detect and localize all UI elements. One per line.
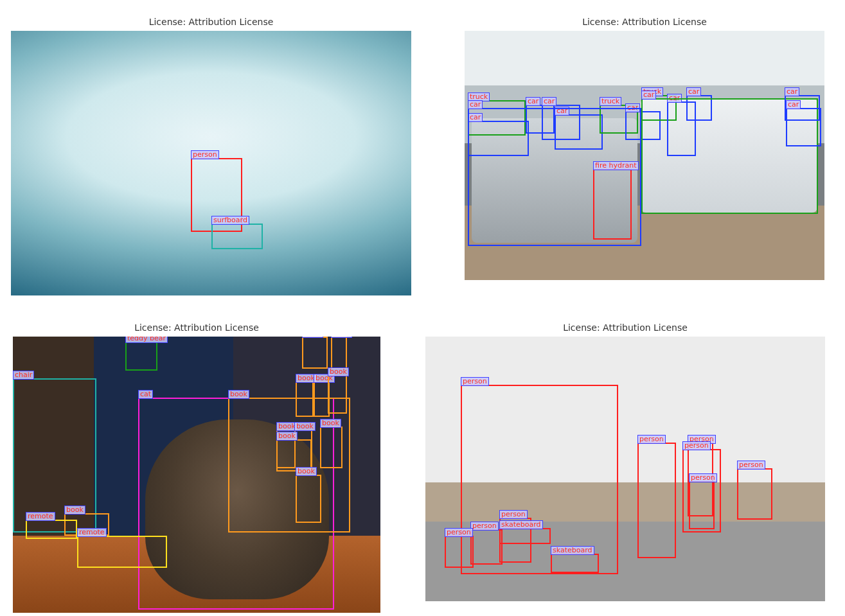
detection-label: cat [138, 390, 153, 399]
detection-label: person [499, 510, 528, 519]
detection-label: car [526, 97, 540, 106]
detection-label: person [737, 461, 765, 470]
detection-label: person [191, 150, 219, 159]
detection-label: book [228, 390, 249, 399]
detection-box: person [445, 536, 474, 568]
subplot-1-title: License: Attribution License [11, 17, 411, 27]
subplot-3-title: License: Attribution License [13, 322, 380, 333]
detection-box: car [786, 108, 821, 146]
detection-label: truck [600, 97, 621, 106]
detection-box: book [228, 398, 350, 532]
detection-box: surfboard [211, 224, 263, 249]
subplot-3: License: Attribution License teddy bearb… [13, 337, 380, 613]
detection-label: teddy bear [125, 337, 168, 343]
detection-box: person [689, 481, 715, 529]
detection-label: book [328, 367, 349, 376]
detection-label: chair [13, 371, 34, 380]
detection-label: car [542, 97, 556, 106]
subplot-4-image: personpersonpersonpersonpersonpersonpers… [425, 337, 825, 601]
detection-label: remote [77, 528, 107, 537]
detection-box: skateboard [499, 528, 551, 544]
subplot-2-image: truckcarcarcarcartruckcartruckcarcarcarc… [465, 31, 824, 280]
detection-box: remote [77, 536, 167, 568]
detection-label: book [302, 337, 323, 338]
detection-label: car [686, 87, 701, 96]
detection-box: book [331, 337, 347, 369]
figure-root: License: Attribution License personsurfb… [0, 0, 845, 616]
detection-box: person [470, 529, 503, 565]
detection-label: surfboard [211, 216, 249, 225]
detection-box: skateboard [551, 554, 599, 573]
detection-box: person [737, 468, 772, 520]
detection-box: person [637, 443, 676, 558]
subplot-4-title: License: Attribution License [425, 322, 825, 333]
detection-box: book [302, 337, 328, 369]
detection-box: remote [26, 520, 77, 539]
detection-label: person [470, 522, 499, 531]
detection-label: person [682, 441, 711, 450]
subplot-1: License: Attribution License personsurfb… [11, 31, 411, 295]
detection-label: skateboard [499, 520, 543, 529]
detection-box: fire hydrant [593, 169, 632, 240]
subplot-1-image: personsurfboard [11, 31, 411, 295]
subplot-2-title: License: Attribution License [465, 17, 824, 27]
subplot-4: License: Attribution License personperso… [425, 337, 825, 601]
detection-label: person [445, 528, 473, 537]
detection-label: car [786, 100, 801, 109]
detection-label: car [641, 91, 656, 100]
detection-label: person [637, 435, 666, 444]
subplot-3-image: teddy bearbookbookchaircatbookbookbookbo… [13, 337, 380, 613]
detection-label: person [461, 377, 489, 386]
detection-label: car [785, 87, 799, 96]
detection-box: teddy bear [125, 342, 157, 371]
subplot-2: License: Attribution License truckcarcar… [465, 31, 824, 280]
detection-label: book [331, 337, 352, 338]
detection-label: fire hydrant [593, 161, 639, 170]
detection-label: book [64, 506, 85, 515]
detection-label: remote [26, 512, 55, 521]
detection-label: skateboard [551, 546, 594, 555]
detection-label: person [689, 473, 717, 482]
detection-label: car [468, 100, 483, 109]
